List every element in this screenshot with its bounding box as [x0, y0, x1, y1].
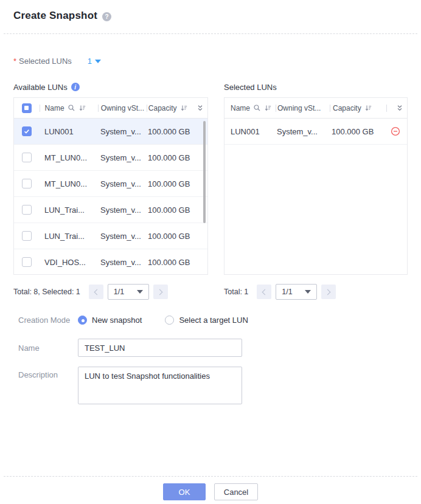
chevron-down-icon: [305, 290, 311, 294]
col-header-capacity[interactable]: Capacity: [333, 104, 361, 112]
snapshot-form: Creation Mode New snapshot Select a targ…: [18, 316, 421, 404]
creation-mode-options: New snapshot Select a target LUN: [78, 316, 248, 325]
creation-mode-label: Creation Mode: [18, 316, 78, 325]
cancel-button[interactable]: Cancel: [214, 483, 258, 500]
selected-luns-count: 1: [88, 57, 92, 66]
select-all-checkbox[interactable]: [22, 103, 32, 113]
cell-owning-vstore: System_v...: [98, 127, 147, 136]
cell-name: VDI_HOS...: [40, 258, 98, 267]
radio-select-target-lun-label: Select a target LUN: [179, 316, 248, 325]
sort-icon[interactable]: [180, 105, 187, 112]
search-icon[interactable]: [253, 104, 261, 112]
cell-owning-vstore: System_v...: [98, 179, 147, 188]
cell-capacity: 100.000 GB: [147, 258, 197, 267]
table-row[interactable]: MT_LUN0... System_v... 100.000 GB: [14, 145, 207, 171]
cell-name: LUN001: [40, 127, 98, 136]
chevron-left-icon: [94, 289, 100, 295]
page-title: Create Snapshot: [13, 10, 97, 22]
cell-owning-vstore: System_v...: [98, 153, 147, 162]
available-table-header: Name Owning vSt... Cap: [14, 98, 207, 119]
col-header-owning-vstore[interactable]: Owning vSt...: [101, 104, 144, 112]
cell-name: MT_LUN0...: [40, 153, 98, 162]
table-row[interactable]: LUN_Trai... System_v... 100.000 GB: [14, 223, 207, 249]
vertical-scrollbar[interactable]: [203, 121, 206, 223]
lun-transfer-area: Available LUNs i Name: [13, 81, 408, 300]
column-separator: [386, 105, 387, 112]
ok-button[interactable]: OK: [163, 483, 206, 500]
selected-table-header: Name Owning vSt... Cap: [224, 98, 407, 119]
create-snapshot-dialog: Create Snapshot ? * Selected LUNs 1 Avai…: [0, 0, 421, 504]
selected-total-text: Total: 1: [224, 288, 248, 296]
page-indicator: 1/1: [282, 288, 292, 296]
row-checkbox[interactable]: [22, 179, 32, 188]
row-checkbox[interactable]: [22, 126, 32, 136]
radio-unselected-icon: [165, 316, 174, 325]
table-row[interactable]: LUN001 System_v... 100.000 GB: [224, 119, 407, 145]
selected-luns-table: Name Owning vSt... Cap: [224, 97, 408, 275]
row-checkbox[interactable]: [22, 257, 32, 267]
radio-select-target-lun[interactable]: Select a target LUN: [165, 316, 248, 325]
selected-pagination: Total: 1 1/1: [224, 284, 408, 300]
name-input[interactable]: [78, 339, 242, 357]
row-checkbox[interactable]: [22, 153, 32, 162]
col-header-name[interactable]: Name: [45, 104, 64, 112]
page-select-dropdown[interactable]: 1/1: [108, 284, 149, 300]
table-row[interactable]: VDI_HOS... System_v... 100.000 GB: [14, 249, 207, 275]
row-checkbox[interactable]: [22, 231, 32, 241]
description-row: Description LUN to test Snapshot functio…: [18, 367, 421, 404]
dialog-footer: OK Cancel: [0, 483, 421, 500]
available-luns-block: Available LUNs i Name: [13, 81, 208, 300]
prev-page-button[interactable]: [257, 285, 271, 299]
chevron-right-icon: [325, 289, 331, 295]
sort-icon[interactable]: [364, 105, 372, 112]
page-select-dropdown[interactable]: 1/1: [276, 284, 317, 300]
dialog-header: Create Snapshot ?: [0, 0, 421, 22]
chevron-left-icon: [262, 289, 268, 295]
cell-owning-vstore: System_v...: [98, 258, 147, 267]
selected-luns-label: Selected LUNs: [19, 57, 72, 66]
next-page-button[interactable]: [321, 285, 336, 299]
available-pagination: Total: 8, Selected: 1 1/1: [13, 284, 208, 300]
available-total-text: Total: 8, Selected: 1: [13, 288, 80, 296]
remove-icon[interactable]: [391, 126, 400, 136]
cell-capacity: 100.000 GB: [147, 127, 197, 136]
sort-icon[interactable]: [264, 105, 271, 112]
next-page-button[interactable]: [153, 285, 168, 299]
chevron-down-icon: [95, 60, 101, 63]
col-header-name[interactable]: Name: [231, 104, 250, 112]
col-header-owning-vstore[interactable]: Owning vSt...: [277, 104, 321, 112]
search-icon[interactable]: [68, 104, 75, 112]
cell-owning-vstore: System_v...: [98, 205, 147, 215]
table-row[interactable]: LUN001 System_v... 100.000 GB: [14, 119, 207, 145]
prev-page-button[interactable]: [89, 285, 103, 299]
cell-name: LUN_Trai...: [40, 205, 98, 215]
row-checkbox[interactable]: [22, 205, 32, 215]
radio-selected-icon: [78, 316, 87, 325]
cell-name: LUN_Trai...: [40, 232, 98, 241]
help-icon[interactable]: ?: [102, 12, 111, 21]
description-textarea[interactable]: LUN to test Snapshot functionalities: [78, 367, 242, 404]
selected-luns-block: Selected LUNs Name: [224, 81, 408, 300]
col-header-capacity[interactable]: Capacity: [148, 104, 177, 112]
selected-luns-title: Selected LUNs: [224, 81, 408, 92]
expand-columns-icon[interactable]: [197, 105, 204, 112]
cell-owning-vstore: System_v...: [98, 232, 147, 241]
radio-new-snapshot-label: New snapshot: [92, 316, 142, 325]
cell-name: MT_LUN0...: [40, 179, 98, 188]
required-marker: *: [13, 57, 16, 66]
selected-luns-count-dropdown[interactable]: 1: [88, 57, 101, 66]
cell-capacity: 100.000 GB: [329, 127, 385, 136]
cell-owning-vstore: System_v...: [276, 127, 329, 136]
sort-icon[interactable]: [78, 105, 86, 112]
selected-luns-field: * Selected LUNs 1: [13, 57, 421, 66]
info-icon[interactable]: i: [71, 83, 80, 91]
creation-mode-row: Creation Mode New snapshot Select a targ…: [18, 316, 421, 325]
name-row: Name: [18, 339, 421, 357]
cell-capacity: 100.000 GB: [147, 232, 197, 241]
bottom-divider: [4, 476, 417, 477]
radio-new-snapshot[interactable]: New snapshot: [78, 316, 142, 325]
expand-columns-icon[interactable]: [396, 105, 403, 112]
table-row[interactable]: MT_LUN0... System_v... 100.000 GB: [14, 171, 207, 197]
available-luns-table: Name Owning vSt... Cap: [13, 97, 208, 275]
table-row[interactable]: LUN_Trai... System_v... 100.000 GB: [14, 197, 207, 223]
